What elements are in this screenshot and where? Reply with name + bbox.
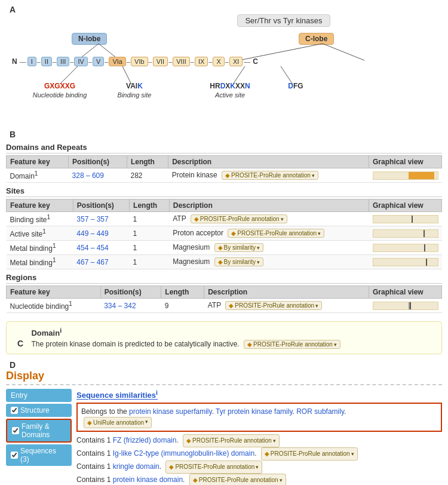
diagram-title: Ser/Thr vs Tyr kinases [237,14,330,27]
domains-repeats-title: Domains and Repeats [6,143,442,154]
table-row: Binding site1 357 – 357 1 ATP ◆PROSITE-P… [7,212,442,226]
col-description-3: Description [204,286,369,299]
prosite-badge-pk[interactable]: ◆PROSITE-ProRule annotation▾ [189,474,286,485]
table-row: Metal binding1 467 – 467 1 Magnesium ◆By… [7,255,442,269]
col-length-2: Length [130,199,170,212]
diagram-container: N-lobe C-lobe N — I – II [6,29,442,125]
table-row: Metal binding1 454 – 454 1 Magnesium ◆By… [7,241,442,255]
col-graphical-3: Graphical view [369,286,442,299]
prosite-badge-region[interactable]: ◆PROSITE-ProRule annotation▾ [225,301,322,310]
sidebar-sequences-btn[interactable]: Sequences (3) [6,444,72,466]
prosite-badge-kringle[interactable]: ◆PROSITE-ProRule annotation▾ [165,461,262,474]
motif-vaik: VAIK Binding site [108,82,161,99]
prosite-badge-fz[interactable]: ◆PROSITE-ProRule annotation▾ [183,434,280,447]
domain-feature-key: Domain1 [7,168,69,183]
link-ror-subfamily[interactable]: ROR subfamily [296,407,344,416]
col-positions-1: Position(s) [69,156,127,168]
sequences-checkbox[interactable] [11,452,18,459]
prosite-badge-active[interactable]: ◆PROSITE-ProRule annotation▾ [228,229,324,238]
link-ig-domain[interactable]: Ig-like C2-type (immunoglobulin-like) do… [113,449,254,458]
domain-positions[interactable]: 328 – 609 [69,168,127,183]
domain-I: I [27,57,36,66]
domain-description: Protein kinase ◆PROSITE-ProRule annotati… [168,168,369,183]
link-pk-domain[interactable]: protein kinase domain [113,475,183,484]
link-protein-kinase-superfamily[interactable]: protein kinase superfamily [129,407,212,416]
link-fz-domain[interactable]: FZ (frizzled) domain [113,436,177,444]
nlobe-box: N-lobe [72,33,107,45]
sidebar-structure-btn[interactable]: Structure [6,404,72,417]
domain-XI: XI [229,57,243,66]
domain-V: V [93,57,104,66]
motif-dfg: DFG [275,82,317,90]
domain-X: X [213,57,224,66]
domain-length: 282 [127,168,168,183]
domain-IV: IV [74,57,87,66]
prosite-badge-c[interactable]: ◆PROSITE-ProRule annotation▾ [244,340,340,349]
col-feature-key-2: Feature key [7,199,73,212]
regions-table: Feature key Position(s) Length Descripti… [6,286,442,313]
col-length-3: Length [161,286,204,299]
section-b-label: B [6,127,19,142]
table-row: Nucleotide binding1 334 – 342 9 ATP ◆PRO… [7,299,442,313]
domain-VII: VII [153,57,168,66]
domain-graph [369,168,442,183]
domain-VIII: VIII [173,57,190,66]
sites-table: Feature key Position(s) Length Descripti… [6,199,442,269]
prosite-badge-ig[interactable]: ◆PROSITE-ProRule annotation▾ [261,447,358,461]
link-tyr-protein-kinase-family[interactable]: Tyr protein kinase family [216,407,293,416]
section-a-label: A [6,2,19,17]
sim-items: Contains 1 FZ (frizzled) domain. ◆PROSIT… [76,434,442,485]
by-similarity-badge-1[interactable]: ◆By similarity▾ [214,243,263,252]
display-layout: Entry Structure Family & Domains Sequenc… [6,389,442,485]
unirule-badge[interactable]: ◆UniRule annotation▾ [84,417,152,428]
section-b: B Domains and Repeats Feature key Positi… [0,127,448,318]
seq-sim-highlight: Belongs to the protein kinase superfamil… [76,403,442,432]
section-d: D Display Entry Structure Family & Domai… [0,358,448,485]
section-c-label: C [14,336,27,351]
col-positions-3: Position(s) [100,286,161,299]
motif-area: GXGXXG Nucleotide binding VAIK Binding s… [24,82,436,99]
c-terminal: C [253,57,258,66]
sites-title: Sites [6,186,442,197]
by-similarity-badge-2[interactable]: ◆By similarity▾ [214,257,263,266]
link-kringle-domain[interactable]: kringle domain [113,462,159,471]
sidebar-entry-btn[interactable]: Entry [6,389,72,402]
n-terminal: N [12,57,17,66]
domain-VIb: VIb [131,57,148,66]
col-graphical-1: Graphical view [369,156,442,168]
col-description-2: Description [169,199,369,212]
prosite-badge-domain[interactable]: ◆PROSITE-ProRule annotation▾ [222,171,318,180]
domains-table: Feature key Position(s) Length Descripti… [6,155,442,183]
section-c: C Domaini The protein kinase domain is p… [6,321,442,354]
display-main: Sequence similaritiesi Belongs to the pr… [76,389,442,485]
kinase-chain: N — I – II – III – IV – V – VIa – VIb – … [12,57,436,66]
family-domains-checkbox[interactable] [12,427,19,434]
seq-sim-title: Sequence similaritiesi [76,389,442,400]
section-c-title: Domaini [31,327,340,337]
col-positions-2: Position(s) [73,199,129,212]
display-sidebar: Entry Structure Family & Domains Sequenc… [6,389,72,485]
regions-title: Regions [6,273,442,284]
sidebar-family-btn[interactable]: Family & Domains [6,419,72,443]
clobe-box: C-lobe [299,33,334,45]
table-row: Active site1 449 – 449 1 Proton acceptor… [7,226,442,241]
structure-checkbox[interactable] [11,407,18,414]
table-row: Domain1 328 – 609 282 Protein kinase ◆PR… [7,168,442,183]
motif-gxgxxg: GXGXXG Nucleotide binding [24,82,96,99]
prosite-badge-binding[interactable]: ◆PROSITE-ProRule annotation▾ [191,214,287,223]
section-a: A Ser/Thr vs Tyr kinases N-lobe C-lobe [0,0,448,127]
sim-item-ig: Contains 1 Ig-like C2-type (immunoglobul… [76,447,442,461]
section-c-body: The protein kinase domain is predicted t… [31,340,340,349]
col-length-1: Length [127,156,168,168]
domain-III: III [57,57,69,66]
col-feature-key-1: Feature key [7,156,69,168]
motif-hrdxkxxn: HRDXKXXN Active site [191,82,269,99]
domain-IX: IX [195,57,208,66]
col-feature-key-3: Feature key [7,286,101,299]
domain-VIa: VIa [109,57,126,66]
col-description-1: Description [168,156,369,168]
lobe-arrows [6,29,442,125]
sim-item-pk: Contains 1 protein kinase domain. ◆PROSI… [76,474,442,485]
sim-item-fz: Contains 1 FZ (frizzled) domain. ◆PROSIT… [76,434,442,447]
sim-item-kringle: Contains 1 kringle domain. ◆PROSITE-ProR… [76,461,442,474]
